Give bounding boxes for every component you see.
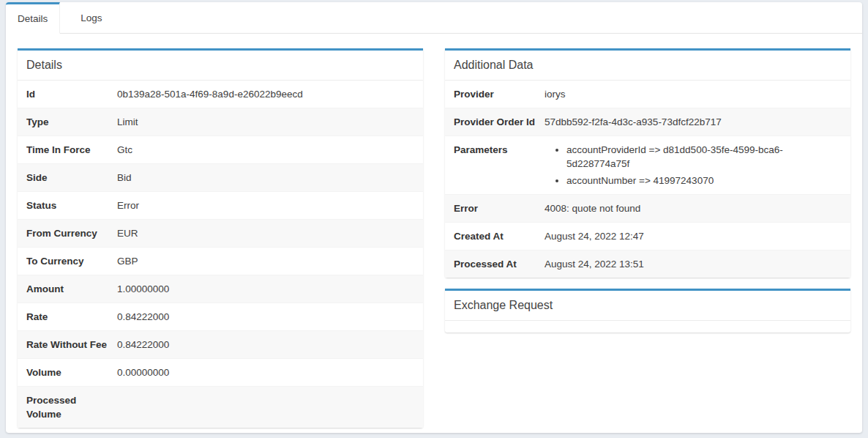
row-value: 0.00000000 (117, 365, 414, 379)
row-value: August 24, 2022 12:47 (545, 229, 842, 243)
row-label: To Currency (26, 254, 117, 268)
row-label: Rate (26, 310, 117, 324)
tab-logs[interactable]: Logs (69, 2, 113, 33)
row-from-currency: From Currency EUR (18, 219, 423, 247)
row-value: 0.84222000 (117, 338, 414, 352)
row-id: Id 0b139a28-501a-4f69-8a9d-e26022b9eecd (18, 81, 423, 108)
row-label: Type (26, 115, 117, 129)
row-status: Status Error (18, 191, 423, 219)
row-label: Side (26, 171, 117, 185)
exchange-request-panel-title: Exchange Request (445, 291, 850, 321)
row-label: Rate Without Fee (26, 338, 117, 352)
row-rate-without-fee: Rate Without Fee 0.84222000 (18, 330, 423, 358)
row-value: GBP (117, 254, 414, 268)
row-value: 1.00000000 (117, 282, 414, 296)
tab-bar: Details Logs (6, 2, 862, 34)
row-value: Error (117, 198, 414, 212)
exchange-request-empty-body (445, 321, 850, 333)
row-rate: Rate 0.84222000 (18, 302, 423, 330)
parameters-list-item: accountProviderId => d81dd500-35fe-4599-… (566, 143, 842, 171)
row-label: Id (26, 87, 117, 101)
row-processed-volume: Processed Volume (18, 386, 423, 428)
parameters-list: accountProviderId => d81dd500-35fe-4599-… (545, 143, 842, 188)
row-label: From Currency (26, 226, 117, 240)
row-amount: Amount 1.00000000 (18, 275, 423, 302)
row-parameters: Parameters accountProviderId => d81dd500… (445, 136, 850, 194)
additional-data-rows: Provider iorys Provider Order Id 57dbb59… (445, 81, 850, 278)
row-label: Error (454, 201, 545, 215)
row-value: August 24, 2022 13:51 (545, 257, 842, 271)
row-label: Provider (454, 87, 545, 101)
additional-data-panel-title: Additional Data (445, 51, 850, 81)
details-panel: Details Id 0b139a28-501a-4f69-8a9d-e2602… (18, 48, 423, 428)
row-value: Limit (117, 115, 414, 129)
row-value: EUR (117, 226, 414, 240)
row-label: Created At (454, 229, 545, 243)
row-volume: Volume 0.00000000 (18, 358, 423, 386)
row-label: Status (26, 198, 117, 212)
content-card: Details Logs Details Id 0b139a28-501a-4f… (6, 2, 862, 433)
right-column: Additional Data Provider iorys Provider … (445, 48, 850, 333)
row-type: Type Limit (18, 108, 423, 136)
row-provider: Provider iorys (445, 81, 850, 108)
row-value: Bid (117, 171, 414, 185)
details-rows: Id 0b139a28-501a-4f69-8a9d-e26022b9eecd … (18, 81, 423, 428)
row-value: 4008: quote not found (545, 201, 842, 215)
tab-details[interactable]: Details (6, 2, 60, 34)
exchange-request-panel: Exchange Request (445, 289, 850, 333)
row-value: 0.84222000 (117, 310, 414, 324)
row-label: Provider Order Id (454, 115, 545, 129)
row-side: Side Bid (18, 163, 423, 191)
additional-data-panel: Additional Data Provider iorys Provider … (445, 48, 850, 278)
row-time-in-force: Time In Force Gtc (18, 136, 423, 163)
row-value: iorys (545, 87, 842, 101)
parameters-list-item: accountNumber => 41997243070 (566, 174, 842, 188)
row-created-at: Created At August 24, 2022 12:47 (445, 222, 850, 250)
row-label: Parameters (454, 143, 545, 188)
row-error: Error 4008: quote not found (445, 194, 850, 222)
row-provider-order-id: Provider Order Id 57dbb592-f2fa-4d3c-a93… (445, 108, 850, 136)
row-label: Processed Volume (26, 393, 117, 421)
row-value: 57dbb592-f2fa-4d3c-a935-73dfcf22b717 (545, 115, 842, 129)
row-value: Gtc (117, 143, 414, 157)
left-column: Details Id 0b139a28-501a-4f69-8a9d-e2602… (18, 48, 423, 428)
row-label: Time In Force (26, 143, 117, 157)
row-to-currency: To Currency GBP (18, 247, 423, 275)
row-label: Processed At (454, 257, 545, 271)
content-columns: Details Id 0b139a28-501a-4f69-8a9d-e2602… (6, 34, 862, 428)
row-label: Amount (26, 282, 117, 296)
row-value (117, 393, 414, 421)
row-processed-at: Processed At August 24, 2022 13:51 (445, 250, 850, 278)
details-panel-title: Details (18, 51, 423, 81)
page: Details Logs Details Id 0b139a28-501a-4f… (0, 0, 868, 438)
row-label: Volume (26, 365, 117, 379)
row-value: 0b139a28-501a-4f69-8a9d-e26022b9eecd (117, 87, 414, 101)
row-value: accountProviderId => d81dd500-35fe-4599-… (545, 143, 842, 188)
